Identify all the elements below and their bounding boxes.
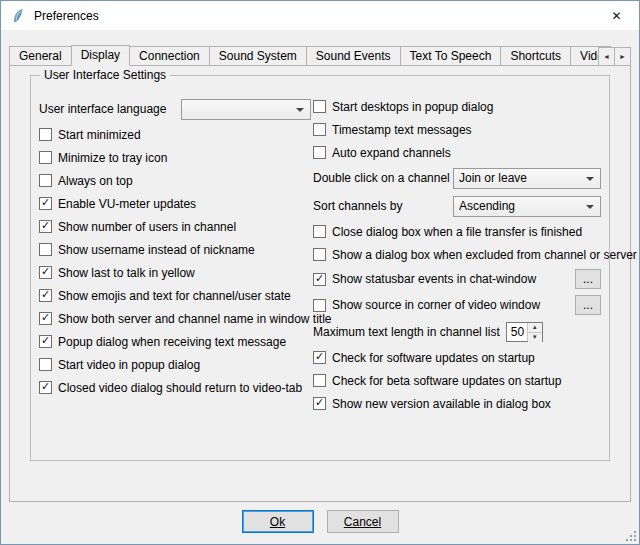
tab-sound-system[interactable]: Sound System [209, 46, 307, 66]
checkbox-closed-video-return[interactable]: Closed video dialog should return to vid… [39, 379, 311, 396]
video-source-more-button[interactable]: ... [575, 295, 601, 315]
checkbox-enable-vu-meter[interactable]: Enable VU-meter updates [39, 195, 311, 212]
tab-bar: General Display Connection Sound System … [9, 45, 611, 66]
checkbox-last-talk-yellow[interactable]: Show last to talk in yellow [39, 264, 311, 281]
checkbox-label: Show a dialog box when excluded from cha… [332, 248, 637, 262]
checkbox-box[interactable] [313, 225, 326, 238]
sort-channels-combobox-value: Ascending [459, 199, 515, 213]
checkbox-box[interactable] [313, 299, 326, 312]
checkbox-box[interactable] [39, 381, 52, 394]
checkbox-box[interactable] [39, 197, 52, 210]
resize-grip[interactable] [624, 529, 637, 542]
checkbox-label: Show statusbar events in chat-window [332, 272, 567, 286]
checkbox-box[interactable] [39, 312, 52, 325]
cancel-button-label: Cancel [344, 515, 381, 529]
app-icon [10, 8, 26, 24]
group-title: User Interface Settings [40, 68, 170, 82]
checkbox-label: Start desktops in popup dialog [332, 100, 493, 114]
spinner-value[interactable]: 50 [507, 323, 527, 341]
checkbox-box[interactable] [39, 335, 52, 348]
spinner-up-icon[interactable]: ▲ [528, 323, 542, 333]
checkbox-box[interactable] [39, 174, 52, 187]
checkbox-box[interactable] [39, 266, 52, 279]
checkbox-label: Start video in popup dialog [58, 358, 200, 372]
statusbar-events-row: Show statusbar events in chat-window ... [313, 269, 601, 289]
checkbox-box[interactable] [39, 289, 52, 302]
checkbox-label: Show username instead of nickname [58, 243, 255, 257]
chevron-down-icon [296, 108, 304, 112]
checkbox-show-username[interactable]: Show username instead of nickname [39, 241, 311, 258]
language-combobox[interactable] [181, 99, 311, 120]
spinner-buttons: ▲ ▼ [527, 323, 542, 341]
checkbox-box[interactable] [39, 243, 52, 256]
checkbox-new-version-dialog[interactable]: Show new version available in dialog box [313, 395, 601, 412]
tab-scroll-right-icon[interactable]: ► [614, 47, 631, 66]
spinner-down-icon[interactable]: ▼ [528, 333, 542, 342]
sort-channels-row: Sort channels by Ascending [313, 195, 601, 217]
checkbox-dialog-when-excluded[interactable]: Show a dialog box when excluded from cha… [313, 246, 601, 263]
checkbox-box[interactable] [313, 146, 326, 159]
checkbox-label: Start minimized [58, 128, 141, 142]
checkbox-label: Closed video dialog should return to vid… [58, 381, 302, 395]
checkbox-label: Show new version available in dialog box [332, 397, 551, 411]
checkbox-label: Show emojis and text for channel/user st… [58, 289, 291, 303]
preferences-dialog: Preferences ✕ General Display Connection… [0, 0, 640, 545]
checkbox-box[interactable] [313, 374, 326, 387]
tab-text-to-speech[interactable]: Text To Speech [400, 46, 502, 66]
checkbox-start-minimized[interactable]: Start minimized [39, 126, 311, 143]
title-bar[interactable]: Preferences ✕ [1, 1, 639, 30]
checkbox-popup-text-message[interactable]: Popup dialog when receiving text message [39, 333, 311, 350]
checkbox-box[interactable] [39, 358, 52, 371]
checkbox-box[interactable] [39, 151, 52, 164]
sort-channels-combobox[interactable]: Ascending [453, 196, 601, 217]
checkbox-close-dialog-file-transfer[interactable]: Close dialog box when a file transfer is… [313, 223, 601, 240]
checkbox-start-desktops-popup[interactable]: Start desktops in popup dialog [313, 98, 601, 115]
checkbox-box[interactable] [313, 100, 326, 113]
checkbox-label: Timestamp text messages [332, 123, 472, 137]
dialog-button-row: Ok Cancel [1, 510, 639, 533]
checkbox-box[interactable] [313, 123, 326, 136]
language-row: User interface language [39, 98, 311, 120]
ok-button[interactable]: Ok [242, 510, 314, 533]
right-column: Start desktops in popup dialog Timestamp… [313, 98, 601, 412]
checkbox-always-on-top[interactable]: Always on top [39, 172, 311, 189]
tab-sound-events[interactable]: Sound Events [306, 46, 401, 66]
checkbox-show-emojis[interactable]: Show emojis and text for channel/user st… [39, 287, 311, 304]
chevron-down-icon [586, 205, 594, 209]
checkbox-software-updates[interactable]: Check for software updates on startup [313, 349, 601, 366]
checkbox-start-video-popup[interactable]: Start video in popup dialog [39, 356, 311, 373]
double-click-combobox-value: Join or leave [459, 171, 527, 185]
tab-scroll-left-icon[interactable]: ◄ [598, 47, 615, 66]
tab-shortcuts[interactable]: Shortcuts [500, 46, 571, 66]
checkbox-label: Enable VU-meter updates [58, 197, 196, 211]
close-icon[interactable]: ✕ [594, 1, 639, 30]
checkbox-label: Show number of users in channel [58, 220, 236, 234]
checkbox-box[interactable] [313, 248, 326, 261]
checkbox-minimize-to-tray[interactable]: Minimize to tray icon [39, 149, 311, 166]
cancel-button[interactable]: Cancel [327, 510, 399, 533]
checkbox-label: Close dialog box when a file transfer is… [332, 225, 582, 239]
checkbox-label: Check for software updates on startup [332, 351, 535, 365]
double-click-combobox[interactable]: Join or leave [453, 168, 601, 189]
checkbox-box[interactable] [313, 351, 326, 364]
statusbar-events-more-button[interactable]: ... [575, 269, 601, 289]
checkbox-box[interactable] [313, 273, 326, 286]
max-text-length-row: Maximum text length in channel list 50 ▲… [313, 321, 601, 343]
checkbox-box[interactable] [313, 397, 326, 410]
tab-display[interactable]: Display [71, 45, 130, 66]
tab-connection[interactable]: Connection [129, 46, 210, 66]
checkbox-label: Show both server and channel name in win… [58, 312, 332, 326]
checkbox-label: Show last to talk in yellow [58, 266, 195, 280]
checkbox-server-channel-in-title[interactable]: Show both server and channel name in win… [39, 310, 311, 327]
checkbox-box[interactable] [39, 128, 52, 141]
left-column: User interface language Start minimized … [39, 98, 311, 396]
checkbox-box[interactable] [39, 220, 52, 233]
max-text-length-spinner[interactable]: 50 ▲ ▼ [506, 322, 543, 342]
max-text-length-label: Maximum text length in channel list [313, 325, 500, 339]
tab-general[interactable]: General [9, 46, 72, 66]
checkbox-show-user-count[interactable]: Show number of users in channel [39, 218, 311, 235]
checkbox-auto-expand-channels[interactable]: Auto expand channels [313, 144, 601, 161]
double-click-row: Double click on a channel Join or leave [313, 167, 601, 189]
checkbox-beta-updates[interactable]: Check for beta software updates on start… [313, 372, 601, 389]
checkbox-timestamp-messages[interactable]: Timestamp text messages [313, 121, 601, 138]
